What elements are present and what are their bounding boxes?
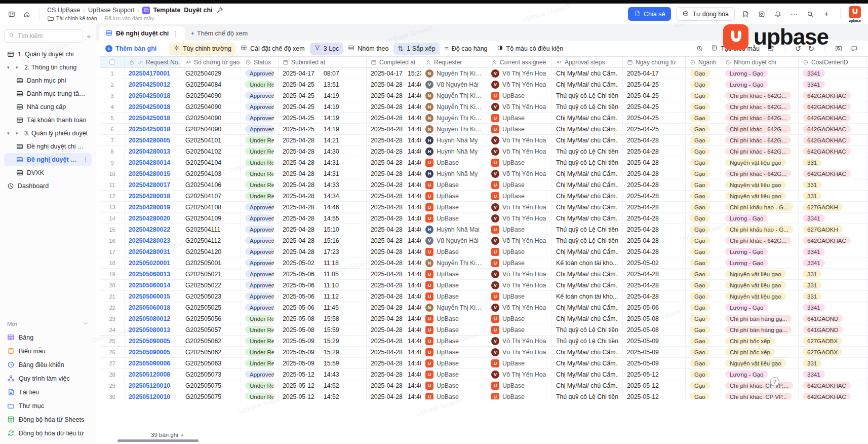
- cell-nganh[interactable]: Gạo: [686, 280, 721, 290]
- cell-cost[interactable]: 3341: [799, 68, 867, 79]
- cell-num[interactable]: 8: [100, 146, 125, 157]
- cell-steps[interactable]: Thủ quỹ cô Lệ Chi tiền: [552, 391, 623, 399]
- cell-submitted[interactable]: 2025-05-0915:29: [279, 347, 367, 357]
- cell-requester[interactable]: UUpBase: [421, 179, 487, 190]
- cell-assignee[interactable]: UUpBase: [487, 179, 552, 190]
- cell-group[interactable]: Chi phí khấu hao - G...: [721, 202, 799, 212]
- cell-num[interactable]: 1: [100, 68, 125, 79]
- cell-group[interactable]: Chi phí khác - 642G...: [721, 146, 799, 157]
- cell-group[interactable]: Chi phí bán hàng gạ...: [721, 313, 799, 324]
- cell-requester[interactable]: HHuỳnh Nhã Mai: [421, 224, 487, 235]
- cell-steps[interactable]: Chị My/Mai/ chú Cẩm...: [552, 191, 623, 201]
- cell-requester[interactable]: UUpBase: [421, 336, 487, 346]
- cell-ngay[interactable]: 2025-04-28: [623, 235, 686, 246]
- request-no-link[interactable]: 202505080013: [129, 326, 170, 334]
- cell-steps[interactable]: Thủ quỹ cô Lệ Chi tiền: [552, 157, 623, 168]
- cell-status[interactable]: Under Re...: [241, 191, 279, 201]
- request-no-link[interactable]: 202504280014: [129, 159, 170, 166]
- cell-cost[interactable]: 3341: [799, 246, 867, 257]
- cell-doc[interactable]: G202504107: [181, 191, 241, 201]
- cell-num[interactable]: 26: [100, 347, 125, 357]
- cell-doc[interactable]: G202505075: [181, 391, 241, 399]
- cell-submitted[interactable]: 2025-04-2514:19: [279, 124, 367, 134]
- cell-nganh[interactable]: Gạo: [686, 269, 721, 279]
- cell-doc[interactable]: G202504120: [181, 246, 241, 257]
- cell-submitted[interactable]: 2025-04-2514:19: [279, 90, 367, 101]
- cell-ngay[interactable]: 2025-05-12: [623, 391, 686, 399]
- cell-completed[interactable]: 2025-04-2814:46: [367, 224, 421, 235]
- column-header-cost[interactable]: CostCenterID: [799, 57, 867, 67]
- item-menu-icon[interactable]: ⋮: [83, 156, 89, 163]
- sidebar-new-item[interactable]: Tài liệu: [4, 385, 92, 399]
- view-settings-button[interactable]: Cài đặt chế độ xem: [236, 43, 309, 55]
- cell-group[interactable]: Lương - Gạo: [721, 246, 799, 257]
- cell-completed[interactable]: 2025-04-2814:46: [367, 336, 421, 346]
- cell-req[interactable]: 202504280014: [125, 157, 181, 168]
- app-center-icon[interactable]: [756, 9, 767, 20]
- sidebar-item[interactable]: Đề nghị duyệt chi mua hà...: [4, 140, 92, 153]
- cell-req[interactable]: 202505060013: [125, 269, 181, 279]
- sidebar-new-item[interactable]: Đồng bộ hóa dữ liệu từ: [4, 426, 92, 440]
- cell-nganh[interactable]: Gạo: [686, 380, 721, 391]
- cell-submitted[interactable]: 2025-05-0915:59: [279, 358, 367, 368]
- sidebar-new-item[interactable]: Bảng: [4, 330, 92, 344]
- cell-ngay[interactable]: 2025-05-06: [623, 302, 686, 313]
- column-header-requester[interactable]: Requester: [421, 57, 487, 67]
- cell-status[interactable]: Under Re...: [241, 168, 279, 179]
- cell-assignee[interactable]: VVõ Thị Yến Hoa: [487, 369, 552, 380]
- cell-cost[interactable]: 3341: [799, 257, 867, 268]
- workspace-folder-label[interactable]: Tài chính kế toán: [56, 15, 97, 21]
- cell-group[interactable]: Nguyên vật liệu gạo: [721, 280, 799, 290]
- cell-completed[interactable]: 2025-04-2814:46: [367, 191, 421, 201]
- cell-cost[interactable]: 3341: [799, 213, 867, 224]
- cell-submitted[interactable]: 2025-04-2817:23: [279, 246, 367, 257]
- cell-submitted[interactable]: 2025-05-0915:29: [279, 336, 367, 346]
- cell-req[interactable]: 202505080013: [125, 324, 181, 335]
- cell-req[interactable]: 202504250018: [125, 113, 181, 123]
- cell-completed[interactable]: 2025-04-2814:46: [367, 235, 421, 246]
- cell-assignee[interactable]: VVõ Thị Yến Hoa: [487, 302, 552, 313]
- cell-requester[interactable]: UUpBase: [421, 313, 487, 324]
- cell-status[interactable]: Under Re...: [241, 157, 279, 168]
- add-view-button[interactable]: + Thêm chế độ xem: [185, 26, 254, 41]
- cell-steps[interactable]: Kế toán chọn tài kho...: [552, 257, 623, 268]
- cell-num[interactable]: 6: [100, 124, 125, 134]
- cell-steps[interactable]: Chị My/Mai/ chú Cẩm...: [552, 313, 623, 324]
- cell-submitted[interactable]: 2025-04-2814:46: [279, 202, 367, 212]
- request-no-link[interactable]: 202504280015: [129, 170, 170, 177]
- cell-ngay[interactable]: 2025-04-17: [623, 68, 686, 79]
- request-no-link[interactable]: 202505060013: [129, 271, 170, 278]
- cell-ngay[interactable]: 2025-04-28: [623, 213, 686, 224]
- cell-submitted[interactable]: 2025-04-2814:55: [279, 213, 367, 224]
- cell-completed[interactable]: 2025-04-2814:46: [367, 302, 421, 313]
- cell-completed[interactable]: 2025-04-2814:46: [367, 269, 421, 279]
- cell-requester[interactable]: HHuỳnh Nhã My: [421, 146, 487, 157]
- column-header-status[interactable]: Status: [241, 57, 279, 67]
- cell-ngay[interactable]: 2025-05-09: [623, 358, 686, 368]
- cell-group[interactable]: Chi phí khấu hao - G...: [721, 224, 799, 235]
- sidebar-toggle-icon[interactable]: [6, 9, 17, 20]
- cell-steps[interactable]: Chị My/Mai/ chú Cẩm...: [552, 202, 623, 212]
- cell-status[interactable]: Under Re...: [241, 391, 279, 399]
- search-input[interactable]: Tìm kiếm: [4, 29, 83, 43]
- cell-status[interactable]: Approved: [241, 246, 279, 257]
- cell-doc[interactable]: G202505023: [181, 291, 241, 302]
- cell-assignee[interactable]: UUpBase: [487, 313, 552, 324]
- cell-assignee[interactable]: UUpBase: [487, 391, 552, 399]
- cell-status[interactable]: Approved: [241, 302, 279, 313]
- cell-num[interactable]: 23: [100, 313, 125, 324]
- cell-num[interactable]: 11: [100, 179, 125, 190]
- cell-cost[interactable]: 331: [799, 280, 867, 290]
- cell-cost[interactable]: 331: [799, 358, 867, 368]
- cell-req[interactable]: 202504250018: [125, 90, 181, 101]
- cell-doc[interactable]: G202504109: [181, 213, 241, 224]
- cell-steps[interactable]: Chị My/Mai/ chú Cẩm...: [552, 68, 623, 79]
- cell-assignee[interactable]: UUpBase: [487, 124, 552, 134]
- cell-status[interactable]: Approved: [241, 257, 279, 268]
- more-menu-icon[interactable]: ⋯: [788, 9, 800, 20]
- cell-req[interactable]: 202504280031: [125, 246, 181, 257]
- request-no-link[interactable]: 202505090006: [129, 360, 170, 367]
- cell-completed[interactable]: 2025-04-2814:46: [367, 347, 421, 357]
- cell-doc[interactable]: G202504108: [181, 202, 241, 212]
- cell-doc[interactable]: G202505025: [181, 302, 241, 313]
